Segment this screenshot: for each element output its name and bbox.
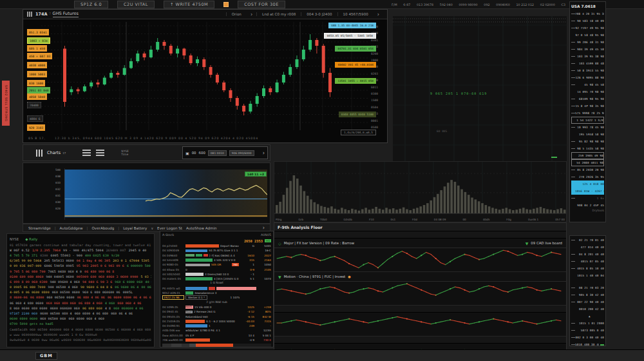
header-button[interactable]: 10 4567/5900 [337,12,374,16]
depth-row[interactable]: 04 materk 054 [015 [20505 G 05 11073 [162,277,271,281]
chevron-right-icon[interactable]: › [374,12,383,17]
grid-chart[interactable]: 9 065 205 1 070-60 61960 005 [393,16,567,161]
menu-item[interactable]: 092 [484,3,489,6]
price-alert-label[interactable]: 450 + 607 03 [27,53,52,59]
alert-icon[interactable] [223,2,229,7]
price-row[interactable]: 68109 98 95 98 [571,95,604,102]
price-row[interactable] [571,279,604,284]
depth-row[interactable]: 04 0940.45Maae2 Rerewe 264 G-3 1280% [162,309,271,314]
price-row[interactable]: 905 8 30 42 40 [571,291,604,298]
price-row[interactable]: 5073 005 0 40 [571,327,604,334]
depth-row[interactable]: 04 05090.911249- [162,324,271,328]
price-row[interactable]: 259 3905 49 98 [571,152,604,159]
header-button[interactable]: 004 3-0 J2400 [301,12,337,16]
price-row[interactable]: 90 583 18 40 09 [571,17,604,24]
price-row[interactable]: 97 0 58 48 95 98 [571,32,604,39]
menu-item[interactable]: AutoShow Admin [186,226,217,230]
list-view-icon[interactable] [82,150,91,157]
price-row[interactable]: 0010 200 42 40 [571,306,604,313]
price-row[interactable]: 1015 1 01 2000 [571,320,604,327]
grid-view-icon[interactable] [96,150,104,157]
price-row[interactable]: 10 993 78 45 98 [571,124,604,131]
price-alert-label[interactable]: 920 3103 [27,124,45,131]
price-marker-label[interactable]: 0340 4055 0340 5100 [339,112,376,117]
price-row[interactable]: 103 4599 88 48 [571,60,604,67]
top-tab[interactable]: SP1Z 6.0 [74,1,108,8]
menu-item[interactable]: 10 212 012 [516,3,534,6]
chevron-right-icon[interactable]: › [247,12,256,17]
price-alert-label[interactable]: 70400 [27,102,41,108]
depth-row[interactable]: 04 09505.05Reberebbed 560-6 15842 W [162,314,271,318]
price-row[interactable]: 02 21 70 01 40 [571,237,604,244]
price-row[interactable]: 99 206 48 31 98 [571,39,604,46]
depth-row[interactable]: 44 40ww 0500-92105 [162,267,271,271]
status-chip[interactable]: GBM [35,352,57,360]
price-alert-label[interactable]: 051.3 0341 [27,29,49,35]
chevron-down-icon[interactable]: ∨ [151,226,153,230]
price-row[interactable]: 477 014 40 40 [571,244,604,251]
chevron-right-icon[interactable]: › [263,225,265,231]
tick-sparkline-2[interactable] [274,282,564,302]
depth-row[interactable]: P4 m0rt5 w05+8.1 [162,286,271,291]
depth-row[interactable]: 1922 25 96Werker 0 1 *1 1075 [162,295,271,300]
price-alert-label[interactable]: 605 1 450 [27,45,47,52]
sell-signal-tag[interactable]: SP402 SELL 5TRONG [2,81,10,126]
price-alert-label[interactable]: 030 1600 [27,80,45,86]
menu-item[interactable]: F/M [392,3,397,6]
menu-item[interactable]: Loyal Battery [123,226,147,230]
price-row[interactable]: 1056 01W - 4267 0 [571,188,604,195]
price-alert-label[interactable]: 1003 + 034 [27,37,50,44]
price-row[interactable]: 125 4 018 08 [571,180,604,188]
price-row[interactable]: 15 8 4P 98 35 98 [571,102,604,110]
price-row[interactable]: 007 22 90 40 40 [571,298,604,306]
depth-row[interactable]: 04 25059.05G 1 - 6.2 1004 50000-40.03731… [162,319,271,324]
price-row[interactable]: 5010 400 30 40 [571,341,604,346]
depth-row[interactable]: 04 509304950.7h 87% Give 3 1 116-C [162,248,271,253]
price-row[interactable]: 103 39 95 38 98 [571,53,604,60]
line-chart[interactable] [64,168,267,220]
chevron-right-icon[interactable]: › [263,150,265,156]
menu-item[interactable]: 0904060 [496,3,509,6]
price-row[interactable]: 08 21 70 03 20 [571,284,604,291]
price-row[interactable]: 4015 8 05 10 40 [571,265,604,272]
tick-sparkline-3[interactable] [274,313,564,333]
price-row[interactable]: 126 6 9095 88 98 [571,74,604,81]
price-row[interactable]: 05 8 2030 20 98 [571,166,604,173]
depth-row[interactable]: 44 9080-05505 OR76011050 [162,262,271,267]
price-marker-label[interactable]: VAN 1.35 03-4045 16.0 218 [328,23,376,28]
price-row[interactable]: 04 8 201 40 40 [571,251,604,258]
spark1-right-label[interactable]: 09 CAD live board [531,241,562,245]
price-row[interactable]: 195 5958 58 98 [571,131,604,138]
depth-row[interactable]: 44 500/50403 0rems/560 10 0- 1 [162,272,271,277]
spark2-label[interactable]: Motion · China | 9791 | FUC | Invest [284,275,346,278]
interval-chip-1[interactable]: 081 0010 [208,150,227,156]
depth-row[interactable]: 0ww A0555.0005 4 P13 45 04 1 [162,333,271,338]
price-alert-label[interactable]: 4050 5040 [27,93,47,100]
price-row[interactable]: 908 04 2 45P 45 [571,202,604,209]
price-row[interactable]: 002 0 3 00 40 40 [571,334,604,341]
price-row[interactable]: 575 9998 78 25 98 [571,110,604,117]
price-marker-label[interactable]: 0453.05 05/5045 - 5305 1050 [324,33,376,39]
price-row[interactable]: 92 7197 49 95 98 [571,24,604,32]
menu-item[interactable]: OverAboudg [91,226,114,230]
price-row[interactable]: ▲ [571,313,604,320]
depth-row[interactable]: 04 5099.05MAYS15 Vik-400 01025+259 [162,305,271,309]
depth-row[interactable]: 04 p25040Deport Banave rwtG5401 [162,244,271,248]
menu-item[interactable]: 0099 98090 [459,3,478,6]
depth-row[interactable]: m0b 046 www0du5/wr 3/780 0 Pd. 4 112/55 [162,328,271,333]
price-row[interactable]: 1 54 1422 1 h/K [571,117,604,124]
price-row[interactable]: 708 4 20 31 95 38 [571,10,604,17]
price-row[interactable]: 1015 1 40 40 04 [571,272,604,279]
price-row[interactable]: 270 2026 35 95 [571,173,604,180]
price-marker-label[interactable]: 40402 V01 45 +40.0104 [335,62,376,68]
price-row[interactable]: 14 095 70 98 98 [571,88,604,95]
price-alert-label[interactable]: 2051 03 040 [27,87,50,93]
price-alert-label[interactable]: 4004 6 [27,115,43,122]
price-marker-label[interactable]: 04701.31 034 0501 054 [335,46,376,52]
menu-item[interactable]: Ever Logon St [157,226,182,230]
price-row[interactable]: 95 82 98 98 98 [571,138,604,145]
top-tab[interactable]: COST FOR 30E [238,1,285,8]
depth-row[interactable]: 44 5mn4094 505 320 V 0 03152163 [162,258,271,262]
price-marker-label[interactable]: 13501 1055 : 4015 050 [335,78,376,84]
price-row[interactable]: 1 6x [571,195,604,202]
